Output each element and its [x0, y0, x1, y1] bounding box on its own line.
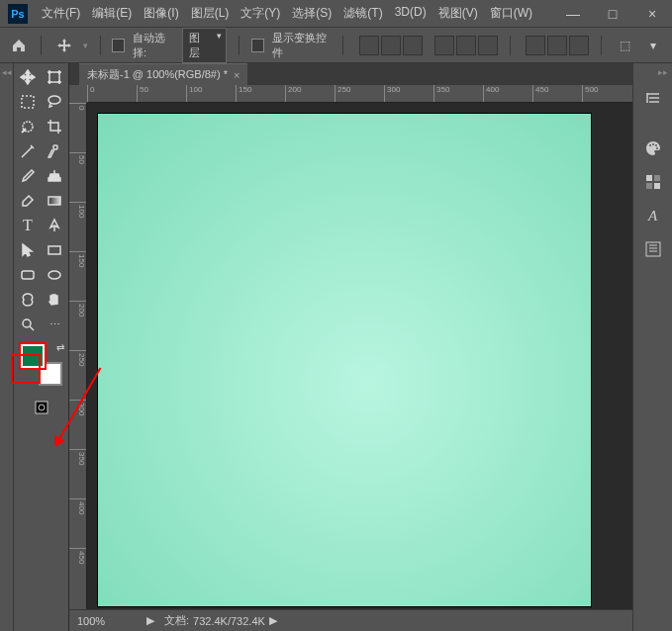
status-expand-icon[interactable]: ▶ — [146, 614, 154, 627]
auto-select-checkbox[interactable] — [112, 39, 125, 52]
custom-shape-tool[interactable] — [15, 288, 41, 312]
align-bottom-icon[interactable] — [403, 36, 423, 55]
app-logo: Ps — [8, 4, 28, 24]
menu-window[interactable]: 窗口(W) — [484, 5, 538, 22]
vertical-ruler[interactable]: 0 50 100 150 200 250 300 350 400 450 — [69, 103, 87, 609]
edit-toolbar-tool[interactable]: ⋯ — [42, 313, 67, 336]
horizontal-ruler[interactable]: 0 50 100 150 200 250 300 350 400 450 500 — [87, 85, 632, 103]
ruler-tick: 250 — [69, 350, 86, 400]
menu-edit[interactable]: 编辑(E) — [86, 5, 138, 22]
menu-select[interactable]: 选择(S) — [286, 5, 337, 22]
marquee-tool[interactable] — [15, 90, 41, 114]
crop-tool[interactable] — [42, 115, 67, 138]
swatches-panel-icon[interactable] — [639, 168, 667, 196]
align-vcenter-icon[interactable] — [381, 36, 401, 55]
ruler-tick: 400 — [69, 498, 86, 548]
distribute-top-icon[interactable] — [526, 36, 545, 55]
status-dropdown-icon[interactable]: ▶ — [269, 614, 277, 627]
zoom-tool[interactable] — [15, 313, 41, 336]
rounded-rect-tool[interactable] — [15, 263, 41, 287]
show-transform-checkbox[interactable] — [251, 39, 264, 52]
type-tool[interactable]: T — [15, 214, 41, 237]
svg-point-15 — [656, 147, 658, 149]
color-panel-icon[interactable] — [639, 135, 667, 162]
distribute-bottom-icon[interactable] — [569, 36, 589, 55]
ruler-tick: 200 — [69, 301, 86, 350]
align-hcenter-icon[interactable] — [456, 36, 476, 55]
svg-rect-17 — [654, 175, 660, 181]
paragraph-panel-icon[interactable] — [639, 235, 667, 263]
ruler-origin[interactable] — [69, 85, 87, 103]
main-menu: 文件(F) 编辑(E) 图像(I) 图层(L) 文字(Y) 选择(S) 滤镜(T… — [36, 5, 538, 22]
path-select-tool[interactable] — [15, 238, 41, 262]
svg-point-8 — [48, 271, 60, 279]
document-tab[interactable]: 未标题-1 @ 100%(RGB/8#) * × — [79, 63, 247, 85]
left-panel-collapse[interactable]: ◂◂ — [0, 63, 14, 631]
svg-point-11 — [39, 405, 45, 410]
pen-tool[interactable] — [42, 214, 67, 237]
eraser-tool[interactable] — [15, 189, 41, 213]
brush-tool[interactable] — [15, 164, 41, 188]
window-minimize[interactable]: — — [553, 0, 593, 28]
svg-rect-4 — [53, 145, 57, 149]
more-options-icon[interactable]: ▾ — [643, 34, 664, 57]
tab-close-icon[interactable]: × — [234, 69, 240, 81]
align-left-icon[interactable] — [434, 36, 454, 55]
menu-file[interactable]: 文件(F) — [36, 5, 86, 22]
lasso-tool[interactable] — [42, 90, 67, 114]
menu-filter[interactable]: 滤镜(T) — [337, 5, 388, 22]
ruler-tick: 0 — [87, 85, 137, 102]
menu-type[interactable]: 文字(Y) — [235, 5, 286, 22]
svg-rect-7 — [22, 271, 34, 279]
svg-rect-5 — [48, 197, 60, 205]
character-panel-icon[interactable]: A — [639, 202, 667, 229]
history-panel-icon[interactable] — [639, 85, 667, 113]
healing-brush-tool[interactable] — [42, 139, 67, 163]
hand-tool[interactable] — [42, 288, 67, 312]
auto-select-dropdown[interactable]: 图层 — [182, 28, 228, 63]
svg-point-12 — [649, 144, 651, 146]
canvas[interactable] — [97, 113, 592, 607]
menu-3d[interactable]: 3D(D) — [389, 5, 432, 22]
svg-rect-20 — [646, 242, 660, 256]
svg-rect-6 — [48, 246, 60, 254]
ruler-tick: 500 — [582, 85, 631, 102]
move-tool-icon[interactable] — [53, 34, 74, 57]
svg-rect-1 — [22, 96, 34, 108]
foreground-color-swatch[interactable] — [21, 344, 45, 368]
distribute-vcenter-icon[interactable] — [547, 36, 567, 55]
clone-stamp-tool[interactable] — [42, 164, 67, 188]
svg-point-13 — [652, 143, 654, 145]
quick-select-tool[interactable] — [15, 115, 41, 138]
ruler-tick: 450 — [69, 548, 86, 597]
window-close[interactable]: × — [632, 0, 672, 28]
ruler-tick: 100 — [186, 85, 236, 102]
svg-point-2 — [48, 96, 60, 104]
ruler-tick: 250 — [335, 85, 384, 102]
window-maximize[interactable]: □ — [593, 0, 632, 28]
artboard-tool[interactable] — [42, 65, 67, 89]
move-tool[interactable] — [15, 65, 41, 89]
gradient-tool[interactable] — [42, 189, 67, 213]
menu-layer[interactable]: 图层(L) — [185, 5, 236, 22]
align-right-icon[interactable] — [478, 36, 498, 55]
eyedropper-tool[interactable] — [15, 139, 41, 163]
home-icon[interactable] — [8, 34, 29, 57]
menu-view[interactable]: 视图(V) — [432, 5, 484, 22]
ellipse-tool[interactable] — [42, 263, 67, 287]
ruler-tick: 50 — [137, 85, 186, 102]
ruler-tick: 350 — [69, 449, 86, 498]
tab-title: 未标题-1 @ 100%(RGB/8#) * — [87, 67, 228, 82]
quick-mask-tool[interactable] — [29, 396, 54, 419]
ruler-tick: 50 — [69, 152, 86, 202]
ruler-tick: 200 — [285, 85, 335, 102]
right-panel-collapse[interactable]: ▸▸ — [658, 67, 672, 79]
ruler-tick: 150 — [69, 251, 86, 301]
rectangle-tool[interactable] — [42, 238, 67, 262]
3d-mode-icon[interactable]: ⬚ — [614, 34, 634, 57]
menu-image[interactable]: 图像(I) — [138, 5, 184, 22]
svg-rect-0 — [49, 72, 59, 82]
zoom-level[interactable]: 100% — [77, 615, 137, 627]
swap-colors-icon[interactable]: ⇄ — [56, 342, 64, 353]
align-top-icon[interactable] — [359, 36, 379, 55]
